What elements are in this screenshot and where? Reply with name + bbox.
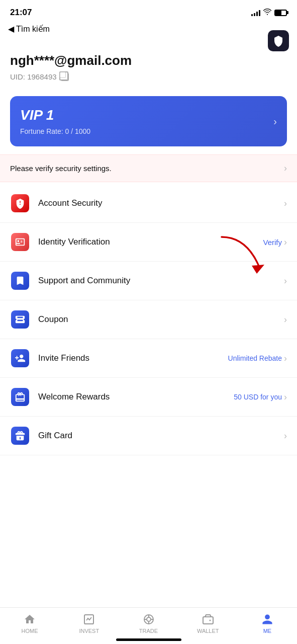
vip-chevron-icon: › (273, 116, 277, 127)
invite-friends-badge: Unlimited Rebate (228, 354, 282, 362)
menu-items-container: Account Security › Identity Verification (0, 184, 297, 455)
nav-home[interactable]: HOME (0, 613, 59, 634)
status-time: 21:07 (10, 8, 32, 18)
nav-me[interactable]: ME (238, 613, 297, 634)
vip-info: VIP 1 Fortune Rate: 0 / 1000 (20, 107, 90, 135)
nav-invest[interactable]: INVEST (59, 613, 119, 634)
identity-verification-icon (10, 232, 30, 252)
trade-nav-label: TRADE (139, 628, 158, 634)
uid-row: UID: 1968493 (10, 72, 287, 81)
vip-title: VIP 1 (20, 107, 90, 123)
invite-friends-item[interactable]: Invite Friends Unlimited Rebate › (0, 339, 297, 378)
identity-verification-item[interactable]: Identity Verification Verify › (0, 223, 297, 262)
uid-text: UID: 1968493 (10, 72, 57, 81)
svg-point-10 (209, 620, 211, 621)
vip-subtitle: Fortune Rate: 0 / 1000 (20, 127, 90, 135)
support-community-right: › (284, 276, 287, 286)
gift-card-left: Gift Card (10, 426, 72, 446)
ticket-icon (15, 314, 26, 325)
back-arrow-icon: ◀ (8, 24, 14, 34)
account-security-left: Account Security (10, 193, 103, 213)
support-community-item[interactable]: Support and Community › (0, 262, 297, 300)
welcome-rewards-icon (10, 387, 30, 407)
welcome-rewards-right: 50 USD for you › (234, 392, 287, 403)
person-add-icon (15, 353, 26, 364)
nav-wallet[interactable]: WALLET (178, 613, 238, 634)
support-community-icon (10, 271, 30, 291)
me-nav-label: ME (263, 628, 272, 634)
invite-friends-left: Invite Friends (10, 348, 89, 368)
identity-verification-left: Identity Verification (10, 232, 110, 252)
home-bar (116, 638, 181, 641)
gift-card-right: › (284, 431, 287, 441)
invite-friends-icon (10, 348, 30, 368)
welcome-rewards-left: Welcome Rewards (10, 387, 110, 407)
back-nav[interactable]: ◀ Tìm kiếm (0, 22, 297, 38)
menu-section: Account Security › Identity Verification (0, 184, 297, 455)
email-display: ngh****@gmail.com (10, 53, 287, 68)
coupon-label: Coupon (38, 314, 68, 325)
coupon-left: Coupon (10, 309, 68, 330)
status-bar: 21:07 (0, 0, 297, 22)
gift-card-icon (10, 426, 30, 446)
gift-icon (15, 391, 26, 403)
coupon-chevron-icon: › (284, 314, 287, 325)
coupon-icon (10, 309, 30, 330)
status-icons (251, 9, 287, 17)
bookmark-icon (15, 275, 26, 286)
me-nav-icon (261, 613, 274, 626)
home-nav-icon (23, 613, 36, 626)
gift-card-chevron-icon: › (284, 431, 287, 441)
coupon-right: › (284, 314, 287, 325)
coupon-item[interactable]: Coupon › (0, 300, 297, 339)
gift-card-item[interactable]: Gift Card › (0, 417, 297, 455)
wallet-nav-icon (202, 613, 215, 626)
svg-rect-9 (203, 617, 213, 624)
vip-card[interactable]: VIP 1 Fortune Rate: 0 / 1000 › (10, 96, 287, 146)
support-community-chevron-icon: › (284, 276, 287, 286)
home-nav-label: HOME (22, 628, 38, 634)
back-label: Tìm kiếm (16, 24, 50, 34)
shield-icon (272, 35, 284, 47)
support-community-left: Support and Community (10, 271, 130, 291)
welcome-rewards-label: Welcome Rewards (38, 392, 110, 402)
battery-icon (274, 10, 287, 16)
invite-friends-right: Unlimited Rebate › (228, 353, 287, 364)
invite-friends-label: Invite Friends (38, 353, 89, 363)
identity-verification-right: Verify › (263, 237, 287, 248)
welcome-rewards-badge: 50 USD for you (234, 393, 282, 401)
trade-nav-icon (142, 613, 155, 626)
identity-verification-chevron-icon: › (284, 237, 287, 248)
security-warning-chevron-icon: › (284, 163, 287, 174)
invest-nav-icon (82, 613, 95, 626)
copy-uid-button[interactable] (61, 73, 69, 81)
notifications-shield-button[interactable] (268, 30, 289, 51)
welcome-rewards-item[interactable]: Welcome Rewards 50 USD for you › (0, 378, 297, 417)
profile-section: ngh****@gmail.com UID: 1968493 (0, 38, 297, 91)
shield-bolt-icon (15, 198, 26, 209)
account-security-icon (10, 193, 30, 213)
signal-icon (251, 9, 260, 16)
invite-friends-chevron-icon: › (284, 353, 287, 364)
card-giftcard-icon (15, 430, 26, 441)
account-security-right: › (284, 198, 287, 209)
account-security-label: Account Security (38, 198, 103, 208)
security-warning-text: Please verify security settings. (10, 164, 112, 173)
account-security-item[interactable]: Account Security › (0, 184, 297, 223)
nav-trade[interactable]: TRADE (119, 613, 178, 634)
identity-verification-label: Identity Verification (38, 237, 110, 247)
svg-point-4 (147, 617, 151, 621)
gift-card-label: Gift Card (38, 431, 72, 441)
wallet-nav-label: WALLET (197, 628, 219, 634)
id-card-icon (15, 236, 26, 248)
welcome-rewards-chevron-icon: › (284, 392, 287, 403)
account-security-chevron-icon: › (284, 198, 287, 209)
security-warning-banner[interactable]: Please verify security settings. › (0, 154, 297, 182)
invest-nav-label: INVEST (79, 628, 99, 634)
verify-badge[interactable]: Verify (263, 238, 282, 247)
wifi-icon (263, 9, 271, 17)
support-community-label: Support and Community (38, 276, 130, 286)
